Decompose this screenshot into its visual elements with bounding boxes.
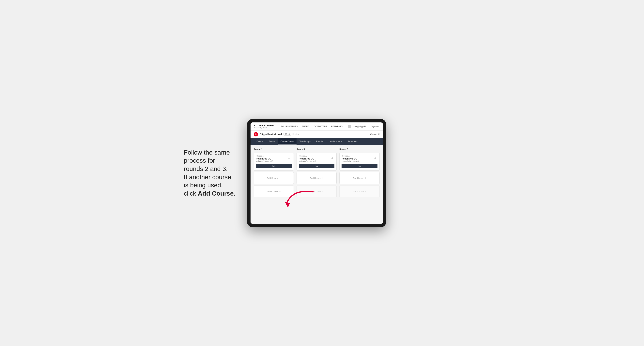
round-3-edit-button[interactable]: Edit (342, 164, 377, 168)
round-1-delete-icon[interactable]: ☐ (288, 157, 290, 159)
gender-badge: (Men) (284, 133, 291, 136)
hosting-badge: Hosting (292, 133, 299, 135)
round-1-add-course-2[interactable]: Add Course + (254, 185, 294, 197)
add-course-label-r1-1: Add Course (267, 177, 278, 179)
round-3-add-course-text-2: Add Course + (352, 190, 366, 193)
rounds-grid: Round 1 (Course A) Peachtree GC Yellow (… (254, 148, 380, 197)
sub-header-left: C Clippd Invitational (Men) Hosting (254, 132, 299, 137)
top-nav: SCOREBOARD Powered by clippd TOURNAMENTS… (250, 122, 383, 131)
round-3-course-details: Yellow (M) (6629 yds) (342, 160, 377, 162)
round-2-course-inner: (Course A) Peachtree GC Yellow (M) (6629… (299, 155, 334, 168)
round-2-course-card: (Course A) Peachtree GC Yellow (M) (6629… (296, 153, 336, 171)
tablet-frame: SCOREBOARD Powered by clippd TOURNAMENTS… (247, 119, 386, 227)
round-3-course-inner: (Course A) Peachtree GC Yellow (M) (6629… (342, 155, 377, 168)
tabs-bar: Details Teams Course Setup Tee Groups Re… (250, 138, 383, 145)
user-email: blair@clippd.io (353, 125, 367, 128)
add-course-plus-r2-1: + (322, 176, 324, 179)
round-1-course-card: (Course A) Peachtree GC Yellow (M) (6629… (254, 153, 294, 171)
tab-printables[interactable]: Printables (345, 138, 360, 145)
round-3-title: Round 3 (339, 148, 380, 151)
round-2-add-course-text-2: Add Course + (310, 190, 324, 193)
tablet-wrapper: SCOREBOARD Powered by clippd TOURNAMENTS… (247, 119, 386, 227)
round-2-course-details: Yellow (M) (6629 yds) (299, 160, 334, 162)
nav-teams[interactable]: TEAMS (302, 124, 310, 128)
round-2-add-course-text-1: Add Course + (310, 176, 324, 179)
round-1-add-course-text-2: Add Course + (267, 190, 281, 193)
nav-tournaments[interactable]: TOURNAMENTS (280, 124, 298, 128)
round-1-column: Round 1 (Course A) Peachtree GC Yellow (… (254, 148, 294, 197)
cancel-label: Cancel (370, 133, 377, 136)
content-area: Round 1 (Course A) Peachtree GC Yellow (… (250, 145, 383, 224)
round-3-course-name: Peachtree GC (342, 157, 377, 160)
cancel-x-icon: ✕ (378, 133, 380, 136)
tournament-name: Clippd Invitational (260, 133, 282, 136)
round-1-course-inner: (Course A) Peachtree GC Yellow (M) (6629… (256, 155, 292, 168)
add-course-plus-r1-1: + (279, 176, 281, 179)
round-3-course-card: (Course A) Peachtree GC Yellow (M) (6629… (339, 153, 380, 171)
add-course-label-r3-1: Add Course (352, 177, 364, 179)
tablet-screen: SCOREBOARD Powered by clippd TOURNAMENTS… (250, 122, 383, 224)
logo-main-text: SCOREBOARD (254, 124, 274, 127)
round-2-add-course-1[interactable]: Add Course + (296, 172, 336, 184)
tab-tee-groups[interactable]: Tee Groups (296, 138, 313, 145)
instruction-text: Follow the sameprocess forrounds 2 and 3… (184, 149, 239, 198)
scoreboard-logo: SCOREBOARD Powered by clippd (254, 124, 274, 129)
round-2-delete-icon[interactable]: ☐ (331, 157, 333, 159)
tab-results[interactable]: Results (313, 138, 326, 145)
cancel-button[interactable]: Cancel ✕ (370, 133, 380, 136)
round-1-course-name: Peachtree GC (256, 157, 292, 160)
round-2-add-course-2: Add Course + (296, 185, 336, 197)
nav-rankings[interactable]: RANKINGS (331, 124, 343, 128)
add-course-plus-r1-2: + (279, 190, 281, 193)
round-1-edit-button[interactable]: Edit (256, 164, 292, 168)
logo-sub-text: Powered by clippd (254, 127, 274, 129)
add-course-label-r2-2: Add Course (310, 190, 321, 193)
nav-committee[interactable]: COMMITTEE (314, 124, 327, 128)
tab-leaderboards[interactable]: Leaderboards (326, 138, 345, 145)
tab-details[interactable]: Details (254, 138, 266, 145)
add-course-label-r1-2: Add Course (267, 190, 278, 193)
round-1-course-label: (Course A) (256, 155, 292, 157)
round-3-add-course-text-1: Add Course + (352, 176, 366, 179)
instruction-bold: Add Course. (198, 190, 235, 197)
round-1-add-course-1[interactable]: Add Course + (254, 172, 294, 184)
tab-teams[interactable]: Teams (266, 138, 278, 145)
round-1-title: Round 1 (254, 148, 294, 151)
round-3-add-course-1[interactable]: Add Course + (339, 172, 380, 184)
sub-header: C Clippd Invitational (Men) Hosting Canc… (250, 131, 383, 138)
round-3-course-label: (Course A) (342, 155, 377, 157)
round-3-add-course-2: Add Course + (339, 185, 380, 197)
nav-divider: | (368, 125, 369, 128)
add-course-plus-r3-2: + (365, 190, 366, 193)
add-course-label-r2-1: Add Course (310, 177, 321, 179)
nav-links: TOURNAMENTS TEAMS COMMITTEE RANKINGS (280, 124, 343, 128)
clippd-logo-icon: C (254, 132, 258, 137)
round-2-course-name: Peachtree GC (299, 157, 334, 160)
round-1-course-details: Yellow (M) (6629 yds) (256, 160, 292, 162)
round-2-course-label: (Course A) (299, 155, 334, 157)
add-course-label-r3-2: Add Course (352, 190, 364, 193)
add-course-plus-r3-1: + (365, 176, 366, 179)
tab-course-setup[interactable]: Course Setup (278, 138, 296, 145)
round-2-edit-button[interactable]: Edit (299, 164, 334, 168)
nav-right: blair@clippd.io | Sign out (348, 124, 380, 128)
page-wrapper: Follow the sameprocess forrounds 2 and 3… (184, 119, 460, 227)
user-avatar (348, 125, 351, 128)
sign-out-link[interactable]: Sign out (371, 124, 380, 128)
round-3-column: Round 3 (Course A) Peachtree GC Yellow (… (339, 148, 380, 197)
round-2-title: Round 2 (296, 148, 336, 151)
add-course-plus-r2-2: + (322, 190, 324, 193)
round-1-add-course-text-1: Add Course + (267, 176, 281, 179)
round-2-column: Round 2 (Course A) Peachtree GC Yellow (… (296, 148, 336, 197)
round-3-delete-icon[interactable]: ☐ (374, 157, 376, 159)
